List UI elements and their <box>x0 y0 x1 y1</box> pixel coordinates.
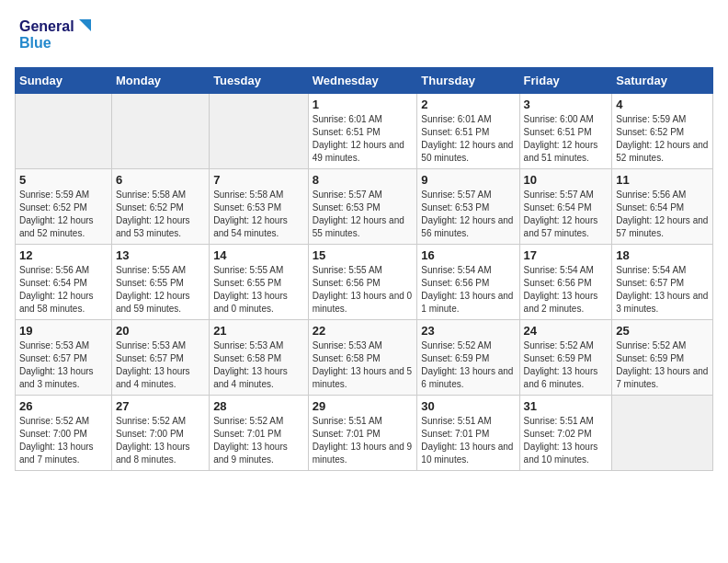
calendar-cell <box>111 94 209 169</box>
day-info: Sunrise: 5:59 AMSunset: 6:52 PMDaylight:… <box>616 113 709 165</box>
svg-text:General: General <box>19 18 74 34</box>
calendar-cell: 19Sunrise: 5:53 AMSunset: 6:57 PMDayligh… <box>16 320 112 396</box>
calendar-cell: 24Sunrise: 5:52 AMSunset: 6:59 PMDayligh… <box>519 320 612 396</box>
day-number: 10 <box>524 173 609 187</box>
weekday-header: Friday <box>519 68 612 94</box>
calendar-cell: 9Sunrise: 5:57 AMSunset: 6:53 PMDaylight… <box>417 169 519 245</box>
day-info: Sunrise: 5:55 AMSunset: 6:56 PMDaylight:… <box>313 264 414 316</box>
day-number: 5 <box>19 173 108 187</box>
calendar-cell <box>16 94 112 169</box>
day-number: 28 <box>213 399 304 413</box>
day-info: Sunrise: 5:52 AMSunset: 6:59 PMDaylight:… <box>616 339 709 391</box>
day-info: Sunrise: 5:54 AMSunset: 6:57 PMDaylight:… <box>616 264 709 316</box>
calendar-cell: 22Sunrise: 5:53 AMSunset: 6:58 PMDayligh… <box>308 320 417 396</box>
day-info: Sunrise: 6:01 AMSunset: 6:51 PMDaylight:… <box>313 113 414 165</box>
day-number: 31 <box>524 399 609 413</box>
day-number: 24 <box>524 324 609 338</box>
day-number: 22 <box>313 324 414 338</box>
calendar-cell: 28Sunrise: 5:52 AMSunset: 7:01 PMDayligh… <box>210 396 309 471</box>
day-info: Sunrise: 5:57 AMSunset: 6:53 PMDaylight:… <box>313 189 414 240</box>
day-number: 14 <box>213 248 304 262</box>
calendar-cell: 30Sunrise: 5:51 AMSunset: 7:01 PMDayligh… <box>417 396 519 471</box>
calendar-cell: 3Sunrise: 6:00 AMSunset: 6:51 PMDaylight… <box>519 94 612 169</box>
day-info: Sunrise: 5:57 AMSunset: 6:53 PMDaylight:… <box>421 189 515 240</box>
day-info: Sunrise: 5:55 AMSunset: 6:55 PMDaylight:… <box>116 264 205 316</box>
day-info: Sunrise: 5:51 AMSunset: 7:01 PMDaylight:… <box>313 415 414 466</box>
calendar-cell: 14Sunrise: 5:55 AMSunset: 6:55 PMDayligh… <box>210 245 309 320</box>
calendar-table: SundayMondayTuesdayWednesdayThursdayFrid… <box>15 67 713 471</box>
logo-icon: General Blue <box>15 15 97 56</box>
calendar-cell: 17Sunrise: 5:54 AMSunset: 6:56 PMDayligh… <box>519 245 612 320</box>
day-info: Sunrise: 5:55 AMSunset: 6:55 PMDaylight:… <box>213 264 304 316</box>
day-info: Sunrise: 5:54 AMSunset: 6:56 PMDaylight:… <box>421 264 515 316</box>
day-info: Sunrise: 5:57 AMSunset: 6:54 PMDaylight:… <box>524 189 609 240</box>
day-info: Sunrise: 5:53 AMSunset: 6:57 PMDaylight:… <box>19 339 108 391</box>
svg-marker-2 <box>79 19 91 31</box>
calendar-cell <box>612 396 713 471</box>
day-info: Sunrise: 5:53 AMSunset: 6:57 PMDaylight:… <box>116 339 205 391</box>
calendar-cell: 31Sunrise: 5:51 AMSunset: 7:02 PMDayligh… <box>519 396 612 471</box>
weekday-header: Thursday <box>417 68 519 94</box>
calendar-cell: 27Sunrise: 5:52 AMSunset: 7:00 PMDayligh… <box>111 396 209 471</box>
calendar-cell: 5Sunrise: 5:59 AMSunset: 6:52 PMDaylight… <box>16 169 112 245</box>
day-info: Sunrise: 5:51 AMSunset: 7:01 PMDaylight:… <box>421 415 515 466</box>
calendar-cell: 26Sunrise: 5:52 AMSunset: 7:00 PMDayligh… <box>16 396 112 471</box>
day-number: 17 <box>524 248 609 262</box>
day-number: 21 <box>213 324 304 338</box>
day-number: 25 <box>616 324 709 338</box>
day-info: Sunrise: 5:58 AMSunset: 6:52 PMDaylight:… <box>116 189 205 240</box>
svg-text:Blue: Blue <box>19 35 51 51</box>
day-number: 12 <box>19 248 108 262</box>
weekday-header: Tuesday <box>210 68 309 94</box>
day-number: 15 <box>313 248 414 262</box>
calendar-cell: 23Sunrise: 5:52 AMSunset: 6:59 PMDayligh… <box>417 320 519 396</box>
day-number: 7 <box>213 173 304 187</box>
day-info: Sunrise: 5:56 AMSunset: 6:54 PMDaylight:… <box>19 264 108 316</box>
day-number: 19 <box>19 324 108 338</box>
day-number: 1 <box>313 98 414 111</box>
calendar-week-row: 26Sunrise: 5:52 AMSunset: 7:00 PMDayligh… <box>16 396 713 471</box>
weekday-header: Monday <box>111 68 209 94</box>
calendar-cell: 2Sunrise: 6:01 AMSunset: 6:51 PMDaylight… <box>417 94 519 169</box>
calendar-cell: 12Sunrise: 5:56 AMSunset: 6:54 PMDayligh… <box>16 245 112 320</box>
day-info: Sunrise: 5:59 AMSunset: 6:52 PMDaylight:… <box>19 189 108 240</box>
day-info: Sunrise: 5:52 AMSunset: 6:59 PMDaylight:… <box>421 339 515 391</box>
day-number: 16 <box>421 248 515 262</box>
calendar-cell: 6Sunrise: 5:58 AMSunset: 6:52 PMDaylight… <box>111 169 209 245</box>
day-number: 27 <box>116 399 205 413</box>
calendar-week-row: 1Sunrise: 6:01 AMSunset: 6:51 PMDaylight… <box>16 94 713 169</box>
day-number: 2 <box>421 98 515 111</box>
day-number: 4 <box>616 98 709 111</box>
weekday-header: Saturday <box>612 68 713 94</box>
calendar-cell: 20Sunrise: 5:53 AMSunset: 6:57 PMDayligh… <box>111 320 209 396</box>
day-info: Sunrise: 6:00 AMSunset: 6:51 PMDaylight:… <box>524 113 609 165</box>
calendar-week-row: 19Sunrise: 5:53 AMSunset: 6:57 PMDayligh… <box>16 320 713 396</box>
day-info: Sunrise: 6:01 AMSunset: 6:51 PMDaylight:… <box>421 113 515 165</box>
calendar-cell: 1Sunrise: 6:01 AMSunset: 6:51 PMDaylight… <box>308 94 417 169</box>
day-info: Sunrise: 5:52 AMSunset: 6:59 PMDaylight:… <box>524 339 609 391</box>
day-info: Sunrise: 5:52 AMSunset: 7:01 PMDaylight:… <box>213 415 304 466</box>
day-number: 26 <box>19 399 108 413</box>
calendar-cell: 25Sunrise: 5:52 AMSunset: 6:59 PMDayligh… <box>612 320 713 396</box>
calendar-cell: 15Sunrise: 5:55 AMSunset: 6:56 PMDayligh… <box>308 245 417 320</box>
day-number: 20 <box>116 324 205 338</box>
day-info: Sunrise: 5:51 AMSunset: 7:02 PMDaylight:… <box>524 415 609 466</box>
day-number: 6 <box>116 173 205 187</box>
calendar-cell: 16Sunrise: 5:54 AMSunset: 6:56 PMDayligh… <box>417 245 519 320</box>
calendar-cell: 10Sunrise: 5:57 AMSunset: 6:54 PMDayligh… <box>519 169 612 245</box>
day-number: 23 <box>421 324 515 338</box>
day-info: Sunrise: 5:53 AMSunset: 6:58 PMDaylight:… <box>213 339 304 391</box>
day-info: Sunrise: 5:52 AMSunset: 7:00 PMDaylight:… <box>19 415 108 466</box>
day-info: Sunrise: 5:58 AMSunset: 6:53 PMDaylight:… <box>213 189 304 240</box>
day-number: 29 <box>313 399 414 413</box>
weekday-header: Wednesday <box>308 68 417 94</box>
day-info: Sunrise: 5:53 AMSunset: 6:58 PMDaylight:… <box>313 339 414 391</box>
calendar-cell: 29Sunrise: 5:51 AMSunset: 7:01 PMDayligh… <box>308 396 417 471</box>
day-number: 30 <box>421 399 515 413</box>
calendar-cell: 21Sunrise: 5:53 AMSunset: 6:58 PMDayligh… <box>210 320 309 396</box>
calendar-cell <box>210 94 309 169</box>
day-number: 8 <box>313 173 414 187</box>
day-number: 13 <box>116 248 205 262</box>
weekday-header: Sunday <box>16 68 112 94</box>
day-number: 11 <box>616 173 709 187</box>
